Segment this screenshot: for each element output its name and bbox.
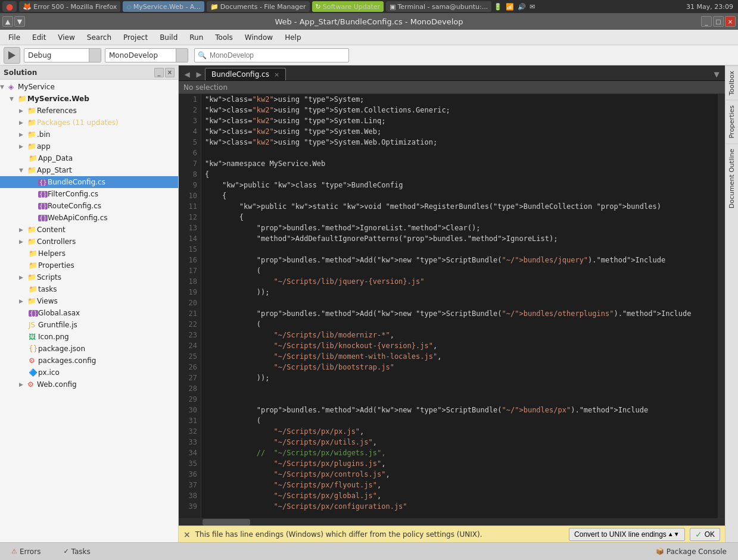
editor-hscroll[interactable] [179, 518, 725, 525]
status-errors-tab[interactable]: ⚠ Errors [5, 545, 47, 558]
global-search-input[interactable] [210, 51, 348, 60]
tree-item-6[interactable]: 📁App_Data [0, 152, 178, 164]
tree-item-5[interactable]: ▶📁app [0, 140, 178, 152]
toolbar: Debug ▼ MonoDevelop ▼ 🔍 [0, 45, 738, 65]
tree-item-9[interactable]: {}FilterConfig.cs [0, 188, 178, 200]
status-tasks-tab[interactable]: ✓ Tasks [57, 545, 96, 558]
menu-tools[interactable]: Tools [209, 32, 239, 43]
tree-label-5: app [37, 142, 51, 151]
tab-bundleconfig-label: BundleConfig.cs [211, 70, 269, 79]
tree-icon-5: 📁 [27, 142, 37, 151]
tree-icon-10: {} [38, 203, 48, 209]
code-line-29 [205, 394, 714, 405]
code-line-37: "~/Scripts/px/flyout.js", [205, 480, 714, 490]
tree-item-18[interactable]: ▶📁Views [0, 295, 178, 307]
tree-item-25[interactable]: ▶⚙Web.config [0, 378, 178, 390]
tree-item-19[interactable]: {}Global.asax [0, 307, 178, 319]
code-line-31: ( [205, 415, 714, 426]
tree-icon-3: 📁 [27, 118, 37, 127]
tree-item-2[interactable]: ▶📁References [0, 105, 178, 117]
code-line-26: "~/Scripts/lib/bootstrap.js" [205, 362, 714, 373]
no-selection-bar: No selection [179, 81, 725, 94]
menu-search[interactable]: Search [81, 32, 117, 43]
menu-build[interactable]: Build [154, 32, 183, 43]
tab-close-btn[interactable]: × [274, 71, 279, 79]
editor-tabs: ◀ ▶ BundleConfig.cs × ▼ [179, 65, 725, 81]
status-package-console-tab[interactable]: 📦 Package Console [649, 545, 733, 558]
menu-window[interactable]: Window [239, 32, 279, 43]
tree-item-12[interactable]: ▶📁Content [0, 224, 178, 236]
code-line-9: "kw">public "kw">class "type">BundleConf… [205, 180, 714, 190]
solution-minimize-btn[interactable]: _ [154, 68, 164, 77]
tree-item-0[interactable]: ▼◈MyService [0, 81, 178, 93]
tree-label-9: FilterConfig.cs [48, 190, 98, 198]
tree-label-10: RouteConfig.cs [48, 202, 101, 210]
tree-item-8[interactable]: {}BundleConfig.cs [0, 176, 178, 188]
title-bar-controls: _ □ × [701, 16, 736, 27]
tab-prev-btn[interactable]: ◀ [181, 68, 193, 80]
run-button[interactable] [4, 47, 20, 64]
os-bar-terminal[interactable]: ▣ Terminal - sama@ubuntu:... [386, 1, 491, 12]
menu-view[interactable]: View [52, 32, 80, 43]
tree-arrow-5: ▶ [19, 143, 27, 149]
os-bar-updater[interactable]: ↻ Software Updater [312, 1, 384, 12]
tree-item-11[interactable]: {}WebApiConfig.cs [0, 212, 178, 224]
tree-item-14[interactable]: 📁Helpers [0, 248, 178, 259]
tab-bundleconfig[interactable]: BundleConfig.cs × [205, 68, 286, 80]
tab-next-btn[interactable]: ▶ [193, 68, 205, 80]
os-clock: 31 May, 23:09 [686, 3, 736, 11]
code-content[interactable]: "kw">class="kw2">using "type">System;"kw… [201, 94, 718, 518]
tree-label-4: .bin [37, 130, 50, 139]
menu-file[interactable]: File [2, 32, 26, 43]
editor-vscroll[interactable] [718, 94, 725, 518]
title-nav-down[interactable]: ▼ [14, 16, 25, 27]
package-console-label: Package Console [667, 548, 727, 556]
menu-project[interactable]: Project [117, 32, 154, 43]
convert-line-endings-btn[interactable]: Convert to UNIX line endings ▲▼ [569, 528, 685, 541]
tree-item-15[interactable]: 📁Properties [0, 259, 178, 271]
code-line-39: "~/Scripts/px/configuration.js" [205, 501, 714, 512]
tree-item-23[interactable]: ⚙packages.config [0, 355, 178, 367]
notif-close-btn[interactable]: × [183, 530, 191, 539]
tree-item-3[interactable]: ▶📁Packages (11 updates) [0, 117, 178, 129]
tree-item-1[interactable]: ▼📁MyService.Web [0, 93, 178, 105]
runtime-select[interactable]: MonoDevelop ▼ [105, 48, 188, 62]
tab-overflow-btn[interactable]: ▼ [711, 68, 723, 80]
title-nav-up[interactable]: ▲ [2, 16, 13, 27]
tree-item-7[interactable]: ▼📁App_Start [0, 164, 178, 176]
menu-run[interactable]: Run [183, 32, 209, 43]
code-line-16: "prop">bundles."method">Add("kw">new "ty… [205, 255, 714, 265]
tree-arrow-18: ▶ [19, 298, 27, 304]
tree-icon-25: ⚙ [27, 380, 37, 389]
tree-item-20[interactable]: JSGruntfile.js [0, 319, 178, 331]
solution-close-btn[interactable]: × [165, 68, 175, 77]
tree-label-1: MyService.Web [27, 95, 89, 103]
tree-item-21[interactable]: 🖼Icon.png [0, 331, 178, 343]
right-sidebar-document-outline[interactable]: Document Outline [725, 143, 738, 213]
os-bar-logo[interactable]: ● [2, 1, 17, 12]
editor-area: ◀ ▶ BundleConfig.cs × ▼ No selection 123… [179, 65, 725, 542]
tree-item-24[interactable]: 🔷px.ico [0, 367, 178, 378]
notif-ok-btn[interactable]: ✓ OK [690, 528, 720, 541]
tree-item-10[interactable]: {}RouteConfig.cs [0, 200, 178, 212]
minimize-button[interactable]: _ [701, 16, 712, 27]
debug-config-select[interactable]: Debug ▼ [24, 48, 101, 62]
tree-item-17[interactable]: 📁tasks [0, 283, 178, 295]
os-bar-monodevelop[interactable]: ◇ MyService.Web - A... [123, 1, 204, 12]
code-editor: 1234567891011121314151617181920212223242… [179, 94, 725, 518]
maximize-button[interactable]: □ [713, 16, 724, 27]
convert-btn-label: Convert to UNIX line endings [574, 530, 667, 539]
right-sidebar-toolbox[interactable]: Toolbox [725, 65, 738, 100]
menu-edit[interactable]: Edit [26, 32, 52, 43]
code-line-8: { [205, 169, 714, 180]
tree-item-13[interactable]: ▶📁Controllers [0, 236, 178, 248]
os-bar-firefox[interactable]: 🦊 Error 500 - Mozilla Firefox [19, 1, 120, 12]
tree-item-4[interactable]: ▶📁.bin [0, 129, 178, 140]
tree-label-24: px.ico [38, 368, 60, 377]
menu-help[interactable]: Help [279, 32, 307, 43]
tree-item-22[interactable]: {}package.json [0, 343, 178, 355]
os-bar-filemanager[interactable]: 📁 Documents - File Manager [207, 1, 310, 12]
right-sidebar-properties[interactable]: Properties [725, 100, 738, 143]
tree-item-16[interactable]: ▶📁Scripts [0, 271, 178, 283]
close-button[interactable]: × [725, 16, 736, 27]
